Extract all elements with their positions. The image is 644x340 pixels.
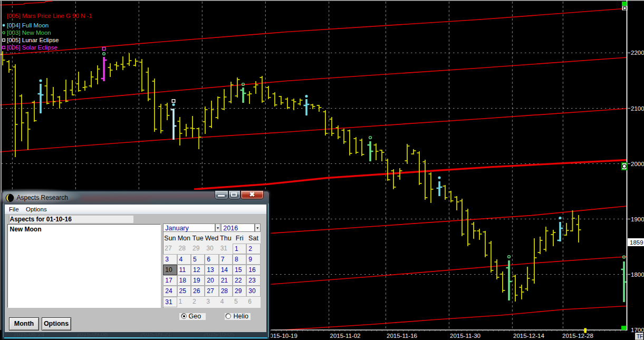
svg-text:1900: 1900 (631, 216, 644, 222)
svg-text:TF: TF (637, 334, 643, 339)
svg-text:2015-12-14: 2015-12-14 (513, 333, 544, 339)
svg-text:[005] Lunar Eclipse: [005] Lunar Eclipse (7, 37, 59, 43)
svg-text:2015-11-02: 2015-11-02 (330, 333, 361, 339)
svg-text:1800: 1800 (631, 271, 644, 278)
svg-text:[005] Mars Price Line G 90 N -: [005] Mars Price Line G 90 N -1 (7, 13, 92, 19)
svg-text:2200: 2200 (631, 50, 644, 56)
svg-text:2015-10-19: 2015-10-19 (266, 333, 297, 339)
svg-text:2100: 2100 (631, 105, 644, 112)
svg-text:2015-12-28: 2015-12-28 (562, 333, 593, 339)
svg-text:[006] Solar Eclipse: [006] Solar Eclipse (7, 44, 57, 51)
svg-text:1700: 1700 (631, 327, 644, 333)
svg-text:2015-11-30: 2015-11-30 (450, 333, 480, 339)
svg-text:1859: 1859 (630, 239, 643, 246)
svg-text:2015-11-16: 2015-11-16 (387, 333, 417, 339)
svg-text:[004] Full Moon: [004] Full Moon (7, 22, 49, 28)
svg-text:[003] New Moon: [003] New Moon (7, 30, 51, 36)
svg-text:2000: 2000 (631, 161, 644, 167)
